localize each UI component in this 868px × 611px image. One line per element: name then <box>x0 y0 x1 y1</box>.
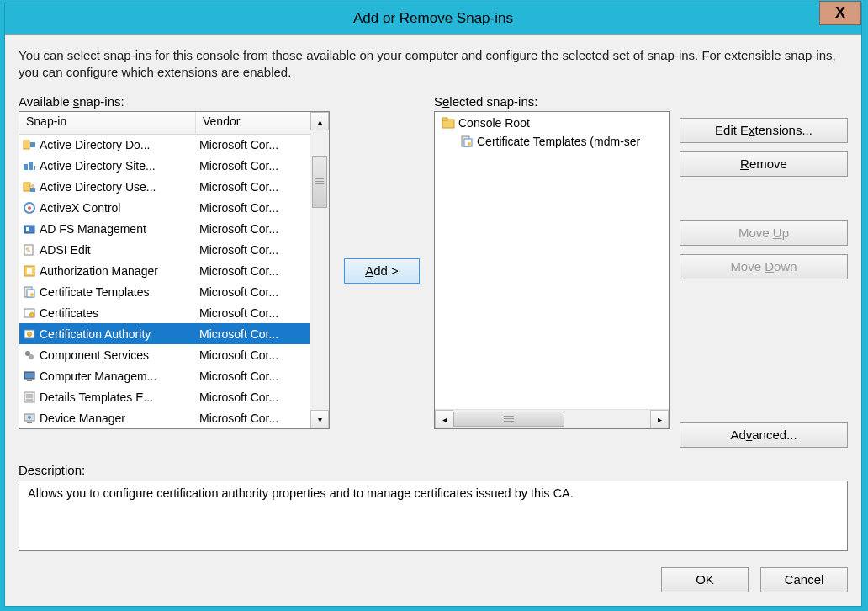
tree-item-label: Certificate Templates (mdm-ser <box>477 135 640 148</box>
table-row[interactable]: AD FS ManagementMicrosoft Cor... <box>19 218 310 239</box>
svg-rect-32 <box>27 422 32 423</box>
svg-rect-1 <box>30 142 35 147</box>
svg-point-19 <box>30 312 34 316</box>
adfs-icon <box>23 222 36 236</box>
snapin-vendor: Microsoft Cor... <box>196 306 310 320</box>
selected-listbox[interactable]: Console RootCertificate Templates (mdm-s… <box>434 111 670 429</box>
h-scroll-thumb[interactable] <box>453 412 564 427</box>
header-snapin[interactable]: Snap-in <box>19 112 196 134</box>
snapin-name: ActiveX Control <box>40 201 120 215</box>
svg-point-17 <box>30 293 34 296</box>
svg-point-21 <box>28 332 32 336</box>
authz-icon <box>23 264 36 278</box>
chevron-up-icon: ▴ <box>318 117 322 126</box>
ad-sites-icon <box>23 159 36 173</box>
table-row[interactable]: Details Templates E...Microsoft Cor... <box>19 386 310 407</box>
table-row[interactable]: Computer Managem...Microsoft Cor... <box>19 365 310 386</box>
svg-rect-11 <box>26 227 29 231</box>
tree-item[interactable]: Console Root <box>437 114 667 132</box>
scroll-thumb[interactable] <box>312 156 327 208</box>
intro-text: You can select snap-ins for this console… <box>19 47 848 81</box>
move-down-button[interactable]: Move Down <box>680 254 848 279</box>
scroll-track[interactable] <box>310 130 329 410</box>
svg-rect-2 <box>24 164 28 170</box>
footer-buttons: OK Cancel <box>661 567 848 592</box>
scroll-down-button[interactable]: ▾ <box>310 410 329 428</box>
snapin-name: Active Directory Use... <box>40 180 156 194</box>
scroll-left-button[interactable]: ◂ <box>435 410 453 428</box>
svg-rect-7 <box>30 188 35 192</box>
svg-rect-3 <box>29 162 33 170</box>
available-label: Available snap-ins: <box>19 94 330 109</box>
add-button[interactable]: Add > <box>344 258 420 284</box>
table-row[interactable]: ActiveX ControlMicrosoft Cor... <box>19 197 310 218</box>
svg-rect-10 <box>24 226 34 233</box>
table-row[interactable]: ✎ADSI EditMicrosoft Cor... <box>19 239 310 260</box>
cert-authority-icon <box>23 327 36 341</box>
snapin-name: AD FS Management <box>40 222 146 236</box>
details-templates-icon <box>23 391 36 404</box>
table-row[interactable]: Active Directory Do...Microsoft Cor... <box>19 134 310 155</box>
tree-item-label: Console Root <box>458 116 530 130</box>
snapin-name: ADSI Edit <box>40 243 91 257</box>
table-row[interactable]: CertificatesMicrosoft Cor... <box>19 302 310 323</box>
tree-item[interactable]: Certificate Templates (mdm-ser <box>437 132 667 151</box>
cert-templates-icon <box>23 285 36 299</box>
snapin-name: Certification Authority <box>40 327 151 341</box>
title-bar: Add or Remove Snap-ins X <box>5 3 861 35</box>
cancel-button[interactable]: Cancel <box>760 567 848 592</box>
chevron-right-icon: ▸ <box>658 415 662 424</box>
cert-templates-icon <box>460 135 474 148</box>
description-box: Allows you to configure certification au… <box>19 481 848 551</box>
scroll-up-button[interactable]: ▴ <box>310 112 329 130</box>
svg-rect-0 <box>24 141 29 149</box>
component-icon <box>23 348 36 362</box>
table-row[interactable]: Authorization ManagerMicrosoft Cor... <box>19 260 310 281</box>
snapin-vendor: Microsoft Cor... <box>196 327 310 341</box>
ok-button[interactable]: OK <box>661 567 749 592</box>
snapin-name: Details Templates E... <box>40 391 153 404</box>
advanced-button[interactable]: Advanced... <box>680 422 848 448</box>
snapin-vendor: Microsoft Cor... <box>196 138 310 151</box>
available-listbox[interactable]: Snap-in Vendor Active Directory Do...Mic… <box>19 111 330 429</box>
snapin-name: Authorization Manager <box>40 264 158 278</box>
table-row[interactable]: Component ServicesMicrosoft Cor... <box>19 344 310 365</box>
h-scroll-track[interactable] <box>453 410 650 428</box>
ad-domain-icon <box>23 138 36 151</box>
snapin-name: Component Services <box>40 348 149 362</box>
snapin-vendor: Microsoft Cor... <box>196 412 310 425</box>
scroll-right-button[interactable]: ▸ <box>650 410 669 428</box>
table-row[interactable]: Active Directory Site...Microsoft Cor... <box>19 155 310 176</box>
svg-text:✎: ✎ <box>25 247 31 254</box>
ad-users-icon <box>23 180 36 194</box>
edit-extensions-button[interactable]: Edit Extensions... <box>680 118 848 143</box>
content-area: You can select snap-ins for this console… <box>19 47 848 592</box>
snapin-vendor: Microsoft Cor... <box>196 285 310 299</box>
available-column: Available snap-ins: Snap-in Vendor Activ… <box>19 94 330 448</box>
description-text: Allows you to configure certification au… <box>28 486 574 500</box>
table-row[interactable]: Active Directory Use...Microsoft Cor... <box>19 176 310 197</box>
selected-label: Selected snap-ins: <box>434 94 670 109</box>
snapin-vendor: Microsoft Cor... <box>196 222 310 236</box>
close-button[interactable]: X <box>819 1 861 25</box>
available-scrollbar[interactable]: ▴ ▾ <box>310 112 329 428</box>
table-row[interactable]: Certification AuthorityMicrosoft Cor... <box>19 323 310 344</box>
available-header: Snap-in Vendor <box>19 112 329 135</box>
move-up-button[interactable]: Move Up <box>680 220 848 246</box>
window-title: Add or Remove Snap-ins <box>5 3 861 34</box>
snapin-vendor: Microsoft Cor... <box>196 201 310 215</box>
remove-button[interactable]: Remove <box>680 151 848 177</box>
table-row[interactable]: Device ManagerMicrosoft Cor... <box>19 407 310 428</box>
snapin-name: Certificate Templates <box>40 285 149 299</box>
snapin-name: Active Directory Site... <box>40 159 156 173</box>
side-buttons-column: Edit Extensions... Remove Move Up Move D… <box>680 94 848 448</box>
selected-column: Selected snap-ins: Console RootCertifica… <box>434 94 670 448</box>
close-icon: X <box>835 4 845 21</box>
table-row[interactable]: Certificate TemplatesMicrosoft Cor... <box>19 281 310 302</box>
selected-h-scrollbar[interactable]: ◂ ▸ <box>435 409 669 428</box>
snapin-name: Certificates <box>40 306 98 320</box>
snapin-vendor: Microsoft Cor... <box>196 243 310 257</box>
svg-rect-25 <box>27 380 32 381</box>
svg-rect-16 <box>27 290 34 297</box>
device-manager-icon <box>23 412 36 425</box>
